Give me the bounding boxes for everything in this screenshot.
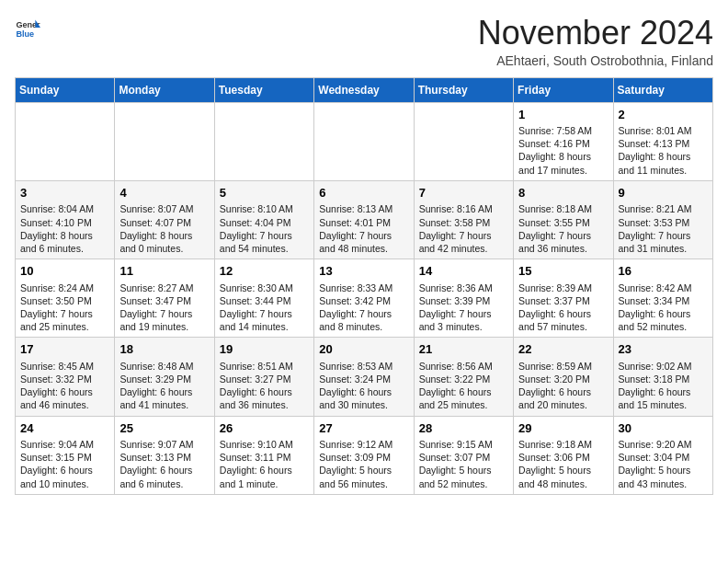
day-info: Sunrise: 7:58 AM Sunset: 4:16 PM Dayligh… (518, 124, 608, 177)
day-number: 7 (419, 185, 508, 201)
day-info: Sunrise: 9:12 AM Sunset: 3:09 PM Dayligh… (319, 438, 408, 490)
day-number: 30 (619, 420, 708, 437)
day-number: 8 (518, 185, 608, 201)
calendar-cell: 11Sunrise: 8:27 AM Sunset: 3:47 PM Dayli… (115, 259, 214, 338)
weekday-header: Friday (514, 77, 613, 102)
day-info: Sunrise: 9:18 AM Sunset: 3:06 PM Dayligh… (518, 438, 608, 490)
day-number: 16 (619, 263, 708, 280)
day-info: Sunrise: 8:53 AM Sunset: 3:24 PM Dayligh… (319, 360, 408, 412)
calendar-cell: 6Sunrise: 8:13 AM Sunset: 4:01 PM Daylig… (314, 180, 414, 259)
day-number: 28 (419, 420, 508, 437)
calendar-cell: 30Sunrise: 9:20 AM Sunset: 3:04 PM Dayli… (613, 416, 712, 494)
day-info: Sunrise: 8:39 AM Sunset: 3:37 PM Dayligh… (518, 282, 608, 334)
calendar-cell (115, 102, 214, 180)
calendar-cell: 2Sunrise: 8:01 AM Sunset: 4:13 PM Daylig… (613, 102, 712, 180)
weekday-header: Tuesday (214, 77, 313, 102)
day-info: Sunrise: 8:07 AM Sunset: 4:07 PM Dayligh… (119, 202, 209, 255)
weekday-header: Thursday (414, 77, 513, 102)
day-number: 11 (119, 263, 209, 280)
calendar-cell: 24Sunrise: 9:04 AM Sunset: 3:15 PM Dayli… (16, 416, 115, 494)
calendar-cell: 1Sunrise: 7:58 AM Sunset: 4:16 PM Daylig… (514, 102, 613, 180)
page-header: General Blue November 2024 AEhtaeri, Sou… (15, 15, 713, 68)
day-info: Sunrise: 8:21 AM Sunset: 3:53 PM Dayligh… (619, 202, 708, 255)
day-number: 13 (319, 263, 408, 280)
calendar-cell (414, 102, 513, 180)
calendar-cell: 26Sunrise: 9:10 AM Sunset: 3:11 PM Dayli… (214, 416, 313, 494)
day-number: 23 (619, 341, 708, 358)
weekday-header: Monday (115, 77, 214, 102)
day-number: 17 (20, 341, 109, 358)
calendar-cell: 27Sunrise: 9:12 AM Sunset: 3:09 PM Dayli… (314, 416, 414, 494)
day-info: Sunrise: 8:01 AM Sunset: 4:13 PM Dayligh… (619, 124, 708, 177)
day-number: 5 (220, 185, 309, 201)
calendar-cell: 19Sunrise: 8:51 AM Sunset: 3:27 PM Dayli… (214, 338, 313, 416)
calendar-cell: 17Sunrise: 8:45 AM Sunset: 3:32 PM Dayli… (16, 338, 115, 416)
calendar-cell: 15Sunrise: 8:39 AM Sunset: 3:37 PM Dayli… (514, 259, 613, 338)
day-number: 6 (319, 185, 408, 201)
day-number: 22 (518, 341, 608, 358)
day-number: 15 (518, 263, 608, 280)
calendar-week-row: 24Sunrise: 9:04 AM Sunset: 3:15 PM Dayli… (16, 416, 713, 494)
day-number: 27 (319, 420, 408, 437)
day-info: Sunrise: 8:10 AM Sunset: 4:04 PM Dayligh… (220, 202, 309, 255)
calendar-cell: 18Sunrise: 8:48 AM Sunset: 3:29 PM Dayli… (115, 338, 214, 416)
logo: General Blue (15, 15, 40, 40)
calendar-cell: 25Sunrise: 9:07 AM Sunset: 3:13 PM Dayli… (115, 416, 214, 494)
day-info: Sunrise: 9:15 AM Sunset: 3:07 PM Dayligh… (419, 438, 508, 490)
day-info: Sunrise: 9:10 AM Sunset: 3:11 PM Dayligh… (220, 438, 309, 490)
weekday-header: Sunday (16, 77, 115, 102)
calendar-cell: 23Sunrise: 9:02 AM Sunset: 3:18 PM Dayli… (613, 338, 712, 416)
day-info: Sunrise: 8:36 AM Sunset: 3:39 PM Dayligh… (419, 282, 508, 334)
calendar-header-row: SundayMondayTuesdayWednesdayThursdayFrid… (16, 77, 713, 102)
day-info: Sunrise: 8:42 AM Sunset: 3:34 PM Dayligh… (619, 282, 708, 334)
calendar-cell: 10Sunrise: 8:24 AM Sunset: 3:50 PM Dayli… (16, 259, 115, 338)
calendar-table: SundayMondayTuesdayWednesdayThursdayFrid… (15, 77, 713, 495)
day-info: Sunrise: 8:04 AM Sunset: 4:10 PM Dayligh… (20, 202, 109, 255)
day-info: Sunrise: 9:04 AM Sunset: 3:15 PM Dayligh… (20, 438, 109, 490)
day-number: 14 (419, 263, 508, 280)
calendar-cell: 8Sunrise: 8:18 AM Sunset: 3:55 PM Daylig… (514, 180, 613, 259)
day-info: Sunrise: 8:51 AM Sunset: 3:27 PM Dayligh… (220, 360, 309, 412)
day-info: Sunrise: 8:48 AM Sunset: 3:29 PM Dayligh… (119, 360, 209, 412)
calendar-cell (16, 102, 115, 180)
day-info: Sunrise: 8:18 AM Sunset: 3:55 PM Dayligh… (518, 202, 608, 255)
day-number: 2 (619, 107, 708, 123)
day-info: Sunrise: 8:16 AM Sunset: 3:58 PM Dayligh… (419, 202, 508, 255)
calendar-cell: 13Sunrise: 8:33 AM Sunset: 3:42 PM Dayli… (314, 259, 414, 338)
day-info: Sunrise: 8:27 AM Sunset: 3:47 PM Dayligh… (119, 282, 209, 334)
day-info: Sunrise: 9:02 AM Sunset: 3:18 PM Dayligh… (619, 360, 708, 412)
calendar-cell: 29Sunrise: 9:18 AM Sunset: 3:06 PM Dayli… (514, 416, 613, 494)
day-number: 18 (119, 341, 209, 358)
day-number: 9 (619, 185, 708, 201)
weekday-header: Saturday (613, 77, 712, 102)
day-number: 26 (220, 420, 309, 437)
day-number: 25 (119, 420, 209, 437)
location-title: AEhtaeri, South Ostrobothnia, Finland (478, 53, 713, 68)
calendar-cell: 28Sunrise: 9:15 AM Sunset: 3:07 PM Dayli… (414, 416, 513, 494)
calendar-cell: 4Sunrise: 8:07 AM Sunset: 4:07 PM Daylig… (115, 180, 214, 259)
day-number: 21 (419, 341, 508, 358)
calendar-week-row: 3Sunrise: 8:04 AM Sunset: 4:10 PM Daylig… (16, 180, 713, 259)
calendar-cell: 22Sunrise: 8:59 AM Sunset: 3:20 PM Dayli… (514, 338, 613, 416)
calendar-week-row: 17Sunrise: 8:45 AM Sunset: 3:32 PM Dayli… (16, 338, 713, 416)
day-info: Sunrise: 8:24 AM Sunset: 3:50 PM Dayligh… (20, 282, 109, 334)
calendar-cell: 7Sunrise: 8:16 AM Sunset: 3:58 PM Daylig… (414, 180, 513, 259)
calendar-cell (314, 102, 414, 180)
day-info: Sunrise: 9:07 AM Sunset: 3:13 PM Dayligh… (119, 438, 209, 490)
month-title: November 2024 (478, 15, 713, 52)
day-info: Sunrise: 9:20 AM Sunset: 3:04 PM Dayligh… (619, 438, 708, 490)
svg-text:Blue: Blue (16, 29, 34, 39)
calendar-cell: 5Sunrise: 8:10 AM Sunset: 4:04 PM Daylig… (214, 180, 313, 259)
day-number: 10 (20, 263, 109, 280)
calendar-cell: 20Sunrise: 8:53 AM Sunset: 3:24 PM Dayli… (314, 338, 414, 416)
day-number: 12 (220, 263, 309, 280)
calendar-cell: 9Sunrise: 8:21 AM Sunset: 3:53 PM Daylig… (613, 180, 712, 259)
title-area: November 2024 AEhtaeri, South Ostrobothn… (478, 15, 713, 68)
day-info: Sunrise: 8:56 AM Sunset: 3:22 PM Dayligh… (419, 360, 508, 412)
day-number: 4 (119, 185, 209, 201)
day-number: 19 (220, 341, 309, 358)
calendar-cell: 12Sunrise: 8:30 AM Sunset: 3:44 PM Dayli… (214, 259, 313, 338)
day-info: Sunrise: 8:13 AM Sunset: 4:01 PM Dayligh… (319, 202, 408, 255)
day-info: Sunrise: 8:33 AM Sunset: 3:42 PM Dayligh… (319, 282, 408, 334)
calendar-cell (214, 102, 313, 180)
